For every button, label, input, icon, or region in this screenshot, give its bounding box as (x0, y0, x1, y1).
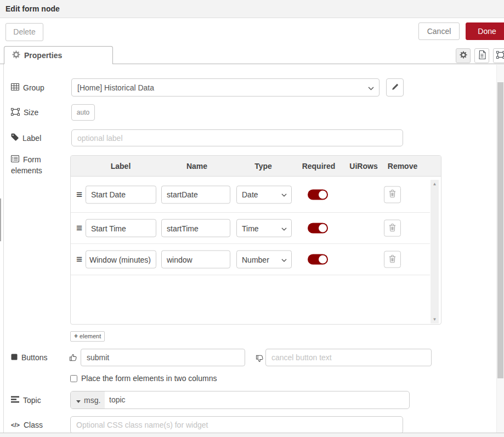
scroll-down-icon[interactable]: ▼ (431, 317, 439, 322)
group-field-label: Group (11, 78, 44, 97)
two-columns-checkbox[interactable] (70, 375, 77, 382)
edit-form-node-dialog: Edit form node Delete Cancel Done Proper… (0, 0, 504, 437)
gear-icon (12, 50, 20, 60)
form-elements-table: Label Name Type Required UiRows Remove ≡… (70, 155, 441, 325)
class-input[interactable] (70, 416, 403, 434)
form-elements-field-label: Form (11, 154, 41, 165)
trash-icon (389, 190, 396, 200)
chevron-down-icon (281, 224, 287, 232)
tab-properties-label: Properties (24, 51, 62, 60)
main-scrollbar-thumb[interactable] (497, 82, 503, 378)
cancel-button[interactable]: Cancel (418, 22, 460, 40)
col-header-label: Label (111, 156, 131, 177)
gear-icon (460, 51, 467, 60)
drag-handle-icon[interactable]: ≡ (76, 253, 82, 265)
chevron-down-icon (368, 83, 374, 92)
document-icon (478, 50, 486, 61)
form-elements-table-header: Label Name Type Required UiRows Remove (71, 156, 441, 177)
topic-typed-input: msg. topic (70, 391, 410, 409)
properties-view-button[interactable] (456, 48, 471, 63)
dialog-title: Edit form node (0, 0, 504, 18)
drag-handle-icon[interactable]: ≡ (76, 189, 82, 201)
two-columns-option: Place the form elements in two columns (70, 374, 217, 383)
toggle-knob (319, 224, 327, 232)
chevron-down-icon (281, 190, 287, 199)
topic-type-button[interactable]: msg. (71, 391, 105, 408)
label-field-label: Label (11, 129, 41, 146)
list-alt-icon (11, 155, 19, 164)
col-header-remove: Remove (388, 156, 417, 177)
remove-element-button[interactable] (384, 220, 401, 237)
description-view-button[interactable] (474, 48, 489, 63)
form-element-row: ≡ Number (71, 244, 430, 275)
trash-icon (389, 223, 396, 233)
col-header-name: Name (186, 156, 207, 177)
element-type-select[interactable]: Number (236, 251, 292, 269)
topic-type-label: msg. (84, 396, 100, 405)
size-auto-button[interactable]: auto (71, 104, 95, 121)
group-select[interactable]: [Home] Historical Data (71, 78, 380, 97)
label-input[interactable] (71, 129, 403, 146)
add-element-button[interactable]: + element (70, 331, 105, 342)
thumbs-down-icon (256, 354, 264, 363)
element-name-input[interactable] (161, 185, 230, 203)
tray-resize-handle[interactable] (0, 198, 1, 241)
tag-icon (11, 133, 19, 143)
col-header-type: Type (254, 156, 272, 177)
element-label-input[interactable] (86, 185, 156, 203)
topic-value[interactable]: topic (109, 391, 126, 408)
element-name-input[interactable] (161, 219, 230, 237)
chevron-down-icon (281, 255, 287, 264)
form-elements-field-label-line2: elements (11, 165, 42, 176)
cancel-button-text-input[interactable] (265, 349, 432, 366)
trash-icon (389, 254, 396, 264)
table-scrollbar-track[interactable]: ▲ ▼ (431, 180, 439, 324)
appearance-icon (496, 51, 504, 60)
two-columns-label: Place the form elements in two columns (81, 374, 217, 383)
buttons-field-label: Buttons (11, 349, 47, 366)
thumbs-up-icon (69, 353, 78, 362)
toggle-knob (319, 256, 327, 264)
tasks-icon (11, 396, 19, 405)
topic-field-label: Topic (11, 391, 41, 409)
col-header-uirows: UiRows (349, 156, 377, 177)
element-name-input[interactable] (161, 251, 230, 269)
col-header-required: Required (302, 156, 336, 177)
tray-edge-line (3, 64, 4, 437)
required-toggle[interactable] (308, 189, 328, 200)
code-icon: </> (11, 422, 20, 428)
required-toggle[interactable] (308, 254, 328, 265)
delete-button[interactable]: Delete (5, 23, 43, 41)
table-grid-icon (11, 83, 19, 92)
scroll-up-icon[interactable]: ▲ (431, 181, 439, 186)
done-button[interactable]: Done (466, 22, 504, 40)
pencil-icon (392, 83, 399, 92)
caret-down-icon (76, 396, 81, 405)
submit-button-text-input[interactable] (81, 349, 245, 366)
form-element-row: ≡ Time (71, 213, 430, 244)
dialog-bottom-edge (0, 433, 504, 437)
group-select-value: [Home] Historical Data (77, 83, 154, 92)
remove-element-button[interactable] (384, 186, 401, 203)
element-label-input[interactable] (86, 251, 156, 269)
form-element-row: ≡ Date (71, 177, 430, 213)
object-group-icon (11, 108, 20, 117)
element-type-select[interactable]: Date (236, 185, 292, 203)
tab-properties[interactable]: Properties (4, 46, 113, 64)
drag-handle-icon[interactable]: ≡ (76, 222, 82, 234)
square-icon (11, 353, 18, 362)
element-type-select[interactable]: Time (236, 219, 292, 237)
size-field-label: Size (11, 104, 38, 121)
edit-group-button[interactable] (386, 78, 404, 97)
element-label-input[interactable] (86, 219, 156, 237)
toggle-knob (319, 190, 327, 198)
appearance-view-button[interactable] (493, 48, 504, 63)
class-field-label: </> Class (11, 416, 43, 434)
required-toggle[interactable] (308, 223, 328, 234)
remove-element-button[interactable] (384, 251, 401, 268)
